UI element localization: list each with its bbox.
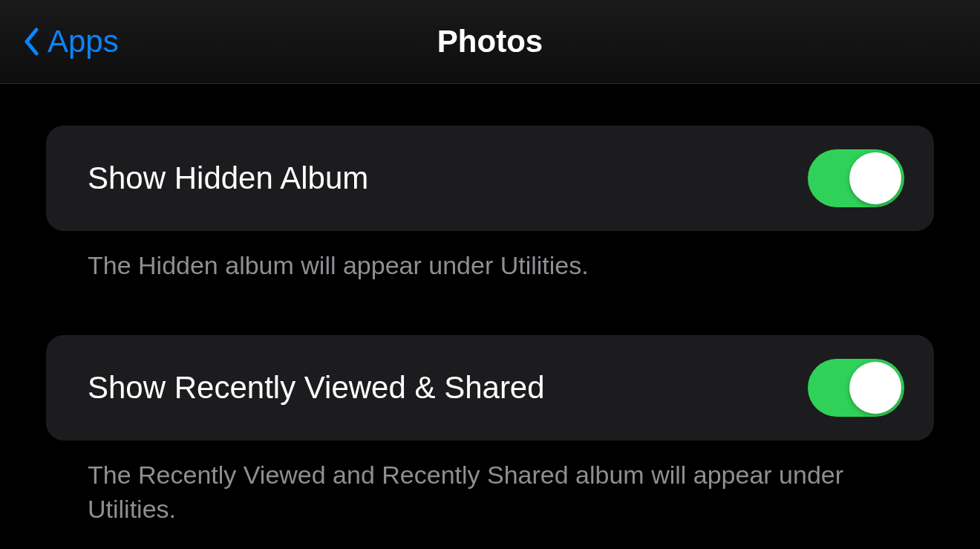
setting-label: Show Recently Viewed & Shared — [88, 370, 545, 406]
back-label: Apps — [48, 24, 119, 59]
page-title: Photos — [437, 24, 543, 59]
navigation-bar: Apps Photos — [0, 0, 980, 84]
setting-label: Show Hidden Album — [88, 160, 368, 196]
setting-group-hidden: Show Hidden Album The Hidden album will … — [46, 126, 934, 283]
settings-list: Show Hidden Album The Hidden album will … — [0, 84, 980, 527]
setting-cell-show-hidden-album: Show Hidden Album — [46, 126, 934, 231]
chevron-left-icon — [21, 25, 42, 58]
setting-footer: The Recently Viewed and Recently Shared … — [46, 441, 934, 527]
toggle-show-hidden-album[interactable] — [808, 149, 904, 207]
setting-group-recently-viewed: Show Recently Viewed & Shared The Recent… — [46, 335, 934, 527]
setting-footer: The Hidden album will appear under Utili… — [46, 231, 934, 283]
setting-cell-show-recently-viewed-shared: Show Recently Viewed & Shared — [46, 335, 934, 441]
toggle-show-recently-viewed-shared[interactable] — [808, 359, 904, 417]
back-button[interactable]: Apps — [0, 24, 119, 59]
toggle-thumb — [849, 362, 901, 414]
toggle-thumb — [849, 152, 901, 204]
